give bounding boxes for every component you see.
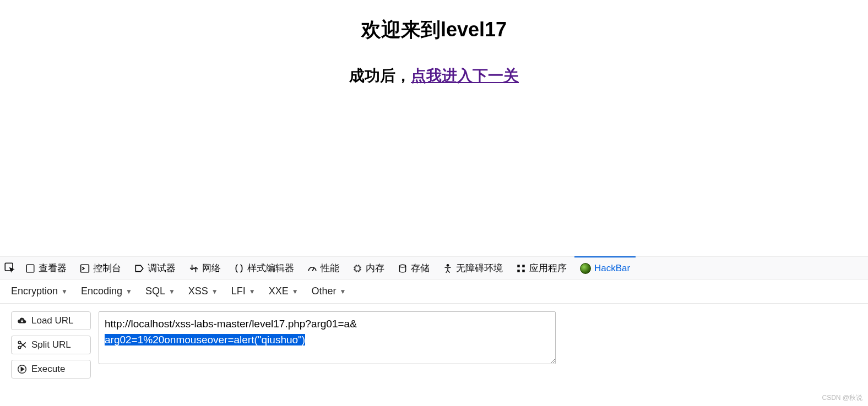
performance-icon [307,264,317,273]
network-icon [189,264,199,273]
dropdown-sql[interactable]: SQL ▼ [145,286,175,297]
caret-down-icon: ▼ [292,288,299,295]
caret-down-icon: ▼ [169,288,175,295]
svg-point-11 [18,346,21,349]
svg-point-4 [399,265,405,267]
page-subtitle: 成功后，点我进入下一关 [0,65,868,86]
load-url-button[interactable]: Load URL [11,311,91,330]
tab-label: HackBar [594,263,630,274]
style-icon [234,264,244,273]
tab-label: 样式编辑器 [247,262,294,275]
hackbar-buttons: Load URL Split URL Execute [11,311,91,378]
svg-rect-8 [517,270,520,272]
subtitle-prefix: 成功后， [349,67,411,84]
tab-debugger[interactable]: 调试器 [129,256,181,279]
next-level-link[interactable]: 点我进入下一关 [411,67,519,84]
tab-label: 控制台 [93,262,121,275]
tab-label: 性能 [321,262,339,275]
application-icon [516,264,526,273]
page-content: 欢迎来到level17 成功后，点我进入下一关 [0,0,868,256]
play-circle-icon [17,364,27,374]
svg-rect-3 [355,266,360,271]
tab-label: 存储 [411,262,430,275]
dropdown-encoding[interactable]: Encoding ▼ [81,286,132,297]
svg-rect-1 [26,265,34,272]
caret-down-icon: ▼ [61,288,68,295]
devtools-tabs: 查看器 控制台 调试器 网络 样式编辑器 性能 内存 存储 [0,256,868,279]
tab-network[interactable]: 网络 [183,256,226,279]
dropdown-xxe[interactable]: XXE ▼ [269,286,299,297]
hackbar-toolbar: Encryption ▼ Encoding ▼ SQL ▼ XSS ▼ LFI … [0,279,868,304]
tab-memory[interactable]: 内存 [347,256,390,279]
hackbar-icon [580,263,591,274]
tab-label: 内存 [366,262,384,275]
tab-inspector[interactable]: 查看器 [20,256,72,279]
button-label: Split URL [31,339,71,350]
split-url-button[interactable]: Split URL [11,336,91,354]
tab-console[interactable]: 控制台 [74,256,127,279]
svg-rect-6 [517,265,520,267]
dropdown-other[interactable]: Other ▼ [312,286,346,297]
execute-button[interactable]: Execute [11,360,91,378]
tab-label: 无障碍环境 [456,262,503,275]
url-textarea[interactable] [99,311,556,364]
dropdown-label: Encryption [11,286,58,297]
tab-accessibility[interactable]: 无障碍环境 [437,256,508,279]
console-icon [80,264,90,273]
dropdown-encryption[interactable]: Encryption ▼ [11,286,68,297]
tab-style-editor[interactable]: 样式编辑器 [229,256,300,279]
memory-icon [352,264,362,273]
button-label: Load URL [31,315,74,326]
cloud-download-icon [17,316,27,326]
dropdown-label: XXE [269,286,289,297]
tab-label: 查看器 [39,262,67,275]
caret-down-icon: ▼ [126,288,132,295]
accessibility-icon [443,264,453,273]
tab-performance[interactable]: 性能 [302,256,345,279]
caret-down-icon: ▼ [249,288,256,295]
watermark: CSDN @秋说 [822,393,862,403]
caret-down-icon: ▼ [211,288,218,295]
tab-label: 调试器 [148,262,176,275]
dropdown-label: LFI [231,286,246,297]
svg-rect-9 [522,270,525,272]
tab-application[interactable]: 应用程序 [511,256,572,279]
page-title: 欢迎来到level17 [0,17,868,43]
button-label: Execute [31,364,65,375]
tab-label: 应用程序 [529,262,567,275]
storage-icon [398,264,408,273]
tab-storage[interactable]: 存储 [392,256,435,279]
tab-label: 网络 [202,262,221,275]
dropdown-xss[interactable]: XSS ▼ [188,286,218,297]
element-picker-icon[interactable] [4,262,15,273]
debugger-icon [134,264,144,273]
dropdown-label: XSS [188,286,208,297]
scissors-icon [17,340,27,350]
svg-point-5 [447,264,448,266]
devtools-panel: 查看器 控制台 调试器 网络 样式编辑器 性能 内存 存储 [0,256,868,406]
tab-hackbar[interactable]: HackBar [574,256,636,279]
svg-rect-7 [522,265,525,267]
dropdown-label: Other [312,286,337,297]
dropdown-lfi[interactable]: LFI ▼ [231,286,256,297]
url-textarea-wrap: http://localhost/xss-labs-master/level17… [99,311,556,366]
hackbar-main: Load URL Split URL Execute http://localh… [0,304,868,386]
dropdown-label: SQL [145,286,165,297]
svg-point-10 [18,341,21,344]
dropdown-label: Encoding [81,286,122,297]
inspector-icon [25,264,35,273]
caret-down-icon: ▼ [340,288,346,295]
